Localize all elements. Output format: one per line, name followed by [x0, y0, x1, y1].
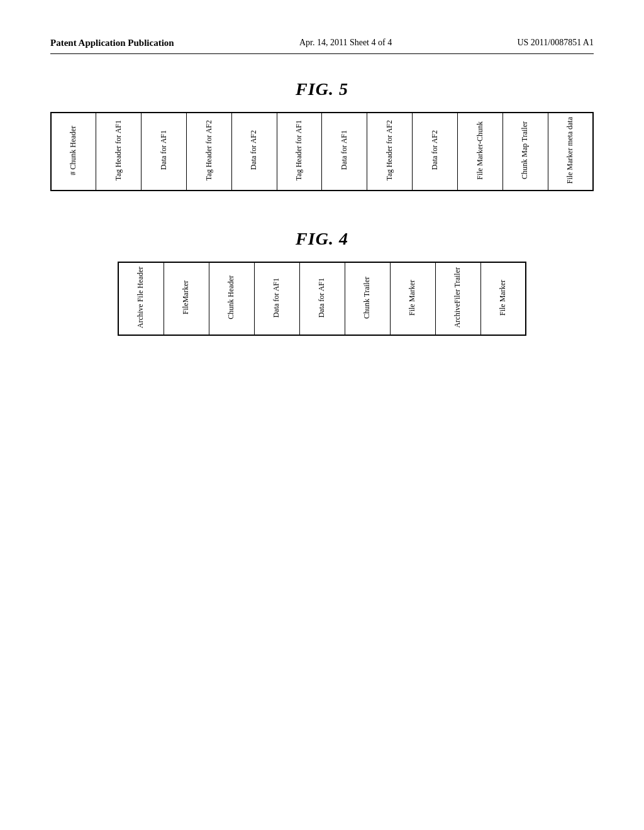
- header-left: Patent Application Publication: [50, 38, 174, 48]
- fig4-diagram: Archive File HeaderFileMarkerChunk Heade…: [50, 262, 594, 336]
- fig4-cell-7: ArchiveFiler Trailer: [435, 262, 480, 335]
- fig4-label: FIG. 4: [50, 229, 594, 249]
- fig4-cell-text-3: Data for AF1: [272, 278, 282, 318]
- fig5-table: # Chunk HeaderTag Header for AF1Data for…: [50, 112, 594, 191]
- fig4-cell-6: File Marker: [390, 262, 435, 335]
- fig5-cell-6: Data for AF1: [322, 113, 367, 191]
- fig5-cell-text-4: Data for AF2: [249, 130, 259, 170]
- fig5-cell-2: Data for AF1: [142, 113, 187, 191]
- page-header: Patent Application Publication Apr. 14, …: [50, 38, 594, 54]
- fig5-cell-1: Tag Header for AF1: [96, 113, 142, 191]
- fig4-cell-2: Chunk Header: [209, 262, 254, 335]
- fig5-cell-text-2: Data for AF1: [159, 130, 169, 170]
- fig4-label-text: FIG. 4: [296, 229, 348, 248]
- fig5-cell-text-0: # Chunk Header: [69, 126, 79, 175]
- fig5-cell-text-6: Data for AF1: [340, 130, 350, 170]
- page: Patent Application Publication Apr. 14, …: [0, 0, 644, 830]
- fig5-cell-9: File Marker-Chunk: [457, 113, 502, 191]
- fig5-label: FIG. 5: [50, 79, 594, 99]
- fig4-cell-text-6: File Marker: [408, 280, 418, 316]
- fig5-cell-text-5: Tag Header for AF1: [294, 120, 304, 180]
- table-row: # Chunk HeaderTag Header for AF1Data for…: [51, 113, 593, 191]
- fig5-cell-0: # Chunk Header: [51, 113, 96, 191]
- header-center: Apr. 14, 2011 Sheet 4 of 4: [299, 38, 392, 48]
- fig4-cell-text-0: Archive File Header: [136, 267, 146, 328]
- fig5-cell-text-9: File Marker-Chunk: [475, 121, 486, 180]
- fig5-section: FIG. 5 # Chunk HeaderTag Header for AF1D…: [50, 79, 594, 191]
- fig4-cell-text-4: Data for AF1: [317, 278, 327, 318]
- fig5-cell-8: Data for AF2: [413, 113, 458, 191]
- fig5-diagram: # Chunk HeaderTag Header for AF1Data for…: [50, 112, 594, 191]
- fig5-cell-text-10: Chunk Map Trailer: [520, 121, 530, 179]
- fig5-cell-3: Tag Header for AF2: [186, 113, 231, 191]
- fig4-cell-3: Data for AF1: [254, 262, 299, 335]
- fig4-section: FIG. 4 Archive File HeaderFileMarkerChun…: [50, 229, 594, 336]
- fig4-cell-text-2: Chunk Header: [226, 275, 236, 319]
- fig5-cell-7: Tag Header for AF2: [367, 113, 413, 191]
- fig5-cell-text-8: Data for AF2: [430, 130, 440, 170]
- table-row: Archive File HeaderFileMarkerChunk Heade…: [118, 262, 526, 335]
- fig4-cell-8: File Marker: [480, 262, 526, 335]
- fig4-cell-text-7: ArchiveFiler Trailer: [453, 267, 463, 328]
- fig5-cell-5: Tag Header for AF1: [277, 113, 322, 191]
- fig4-cell-4: Data for AF1: [299, 262, 345, 335]
- fig5-cell-11: File Marker meta data: [548, 113, 593, 191]
- fig5-cell-text-7: Tag Header for AF2: [385, 120, 395, 180]
- fig4-cell-5: Chunk Trailer: [345, 262, 390, 335]
- fig4-cell-1: FileMarker: [164, 262, 209, 335]
- fig5-cell-text-3: Tag Header for AF2: [204, 120, 214, 180]
- fig4-cell-text-5: Chunk Trailer: [362, 277, 372, 319]
- header-right: US 2011/0087851 A1: [517, 38, 594, 48]
- fig4-cell-0: Archive File Header: [118, 262, 164, 335]
- fig5-label-text: FIG. 5: [296, 79, 348, 99]
- fig5-cell-text-1: Tag Header for AF1: [114, 120, 124, 180]
- fig5-cell-text-11: File Marker meta data: [565, 117, 575, 184]
- fig4-cell-text-1: FileMarker: [181, 280, 191, 314]
- fig4-table: Archive File HeaderFileMarkerChunk Heade…: [118, 262, 526, 336]
- fig5-cell-4: Data for AF2: [231, 113, 277, 191]
- fig5-cell-10: Chunk Map Trailer: [502, 113, 548, 191]
- fig4-cell-text-8: File Marker: [498, 280, 508, 316]
